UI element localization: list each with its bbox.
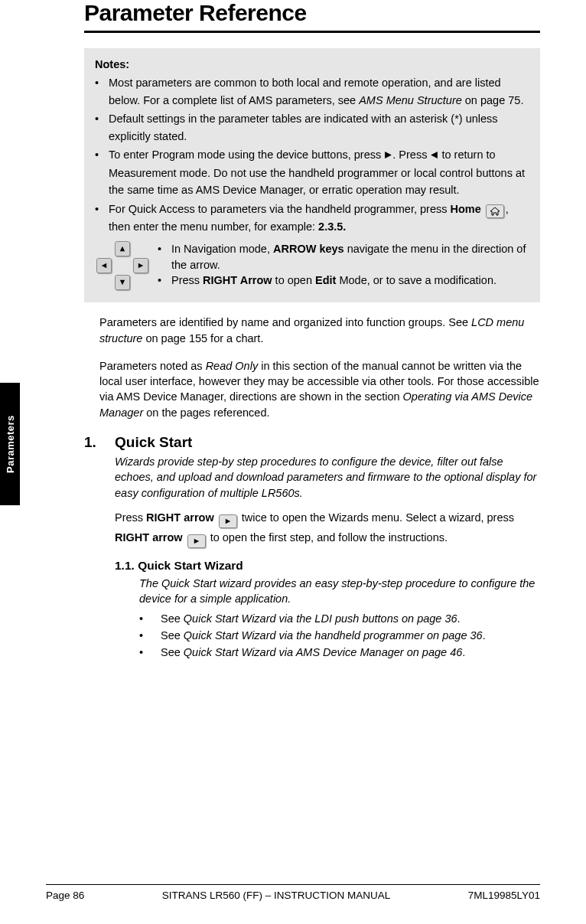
home-label: Home	[450, 203, 480, 215]
side-tab-parameters: Parameters	[0, 383, 20, 505]
nav-note: •Press RIGHT Arrow to open Edit Mode, or…	[158, 273, 529, 288]
link-ams-menu: AMS Menu Structure	[359, 94, 462, 106]
section-heading-quick-start: 1. Quick Start	[84, 434, 540, 451]
text: . Press	[392, 149, 430, 161]
arrow-right-key-icon	[133, 258, 148, 273]
arrow-key-cluster	[95, 241, 150, 290]
notes-box: Notes: • Most parameters are common to b…	[84, 48, 540, 302]
svg-marker-2	[120, 247, 125, 251]
text: ARROW keys	[273, 243, 344, 255]
see-item: •See Quick Start Wizard via the LDI push…	[139, 611, 540, 628]
text: Edit	[315, 274, 336, 286]
footer-doc-id: 7ML19985LY01	[468, 890, 540, 901]
page-title: Parameter Reference	[84, 0, 540, 26]
arrow-up-key-icon	[115, 241, 130, 256]
body-paragraph: Parameters are identified by name and or…	[99, 315, 540, 346]
body-paragraph: Parameters noted as Read Only in this se…	[99, 358, 540, 420]
notes-heading: Notes:	[95, 56, 529, 73]
arrow-nav-block: •In Navigation mode, ARROW keys navigate…	[95, 241, 529, 290]
footer-title: SITRANS LR560 (FF) – INSTRUCTION MANUAL	[162, 890, 391, 901]
notes-item: • For Quick Access to parameters via the…	[95, 201, 529, 235]
see-item: •See Quick Start Wizard via AMS Device M…	[139, 645, 540, 661]
text: Default settings in the parameter tables…	[109, 110, 529, 145]
left-arrow-icon	[430, 147, 438, 164]
text: For Quick Access to parameters via the h…	[109, 203, 450, 215]
svg-marker-1	[431, 152, 438, 158]
text: on page 75.	[462, 94, 524, 106]
text: to open	[272, 274, 315, 286]
nav-note: •In Navigation mode, ARROW keys navigate…	[158, 241, 529, 273]
text: Mode, or to save a modification.	[336, 274, 496, 286]
home-button-icon	[486, 204, 504, 218]
see-item: •See Quick Start Wizard via the handheld…	[139, 628, 540, 645]
svg-marker-4	[138, 263, 143, 268]
notes-item: • Most parameters are common to both loc…	[95, 74, 529, 109]
footer-page-number: Page 86	[46, 890, 84, 901]
subsection-heading-qsw: 1.1. Quick Start Wizard	[115, 559, 540, 573]
text: RIGHT Arrow	[203, 274, 272, 286]
svg-marker-0	[385, 152, 392, 158]
text: In Navigation mode,	[171, 243, 273, 255]
arrow-left-key-icon	[96, 258, 112, 273]
text: To enter Program mode using the device b…	[109, 149, 384, 161]
svg-marker-6	[226, 519, 230, 524]
page-footer: Page 86 SITRANS LR560 (FF) – INSTRUCTION…	[46, 884, 540, 901]
svg-marker-7	[194, 539, 198, 544]
right-arrow-icon	[384, 147, 392, 164]
menu-number: 2.3.5.	[318, 220, 346, 233]
svg-marker-3	[102, 263, 106, 268]
arrow-down-key-icon	[115, 275, 130, 290]
arrow-right-key-icon	[219, 514, 237, 528]
svg-marker-5	[120, 280, 125, 285]
section-body: Press RIGHT arrow twice to open the Wiza…	[115, 508, 540, 548]
text: Press	[171, 274, 203, 286]
notes-item: • To enter Program mode using the device…	[95, 146, 529, 198]
subsection-intro: The Quick Start wizard provides an easy …	[139, 576, 540, 607]
title-rule	[84, 31, 540, 33]
notes-item: • Default settings in the parameter tabl…	[95, 110, 529, 145]
section-intro: Wizards provide step-by step procedures …	[115, 454, 540, 501]
arrow-right-key-icon	[187, 534, 206, 548]
